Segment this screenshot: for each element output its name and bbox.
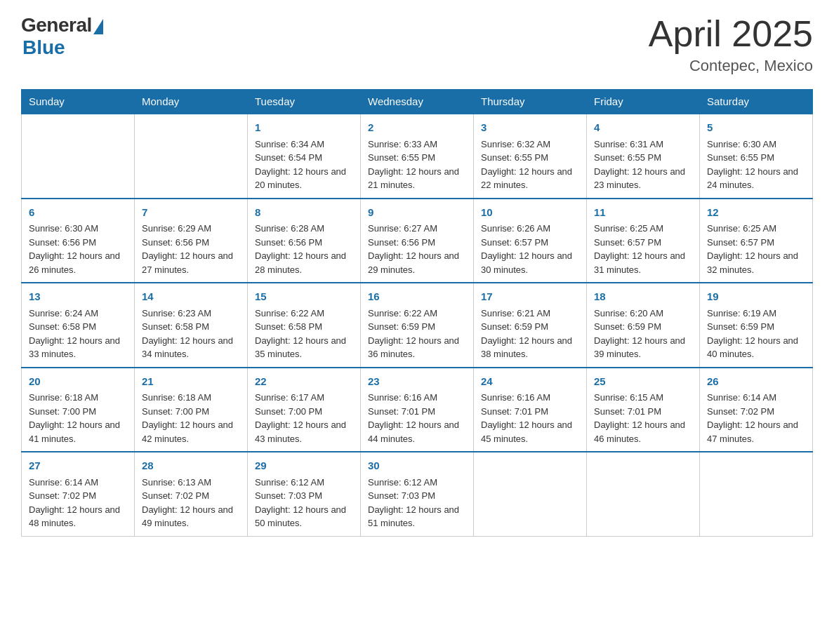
logo-general-text: General — [21, 14, 92, 36]
day-info: Sunrise: 6:21 AM Sunset: 6:59 PM Dayligh… — [481, 307, 579, 361]
logo-blue-text: Blue — [22, 36, 65, 59]
table-row: 22Sunrise: 6:17 AM Sunset: 7:00 PM Dayli… — [248, 368, 361, 452]
day-number: 4 — [594, 120, 692, 136]
table-row: 14Sunrise: 6:23 AM Sunset: 6:58 PM Dayli… — [135, 283, 248, 368]
page-header: General Blue April 2025 Contepec, Mexico — [21, 14, 813, 75]
table-row: 7Sunrise: 6:29 AM Sunset: 6:56 PM Daylig… — [135, 199, 248, 283]
table-row: 17Sunrise: 6:21 AM Sunset: 6:59 PM Dayli… — [474, 283, 587, 368]
col-thursday: Thursday — [474, 90, 587, 114]
day-number: 13 — [29, 289, 127, 305]
col-friday: Friday — [587, 90, 700, 114]
table-row — [135, 114, 248, 199]
table-row — [587, 452, 700, 536]
day-info: Sunrise: 6:30 AM Sunset: 6:56 PM Dayligh… — [29, 222, 127, 276]
col-sunday: Sunday — [22, 90, 135, 114]
day-number: 18 — [594, 289, 692, 305]
table-row: 30Sunrise: 6:12 AM Sunset: 7:03 PM Dayli… — [361, 452, 474, 536]
day-number: 22 — [255, 374, 353, 390]
location-text: Contepec, Mexico — [649, 57, 813, 75]
table-row: 4Sunrise: 6:31 AM Sunset: 6:55 PM Daylig… — [587, 114, 700, 199]
day-number: 9 — [368, 205, 466, 221]
day-info: Sunrise: 6:30 AM Sunset: 6:55 PM Dayligh… — [707, 137, 805, 192]
day-info: Sunrise: 6:23 AM Sunset: 6:58 PM Dayligh… — [142, 307, 240, 361]
day-number: 15 — [255, 289, 353, 305]
table-row: 15Sunrise: 6:22 AM Sunset: 6:58 PM Dayli… — [248, 283, 361, 368]
day-number: 19 — [707, 289, 805, 305]
day-number: 5 — [707, 120, 805, 136]
day-info: Sunrise: 6:20 AM Sunset: 6:59 PM Dayligh… — [594, 307, 692, 361]
calendar-header-row: Sunday Monday Tuesday Wednesday Thursday… — [22, 90, 813, 114]
col-saturday: Saturday — [700, 90, 813, 114]
table-row: 5Sunrise: 6:30 AM Sunset: 6:55 PM Daylig… — [700, 114, 813, 199]
col-tuesday: Tuesday — [248, 90, 361, 114]
table-row: 3Sunrise: 6:32 AM Sunset: 6:55 PM Daylig… — [474, 114, 587, 199]
table-row: 28Sunrise: 6:13 AM Sunset: 7:02 PM Dayli… — [135, 452, 248, 536]
table-row: 8Sunrise: 6:28 AM Sunset: 6:56 PM Daylig… — [248, 199, 361, 283]
day-number: 24 — [481, 374, 579, 390]
calendar-week-row: 27Sunrise: 6:14 AM Sunset: 7:02 PM Dayli… — [22, 452, 813, 536]
day-info: Sunrise: 6:13 AM Sunset: 7:02 PM Dayligh… — [142, 476, 240, 530]
calendar-week-row: 1Sunrise: 6:34 AM Sunset: 6:54 PM Daylig… — [22, 114, 813, 199]
day-info: Sunrise: 6:34 AM Sunset: 6:54 PM Dayligh… — [255, 137, 353, 192]
day-number: 8 — [255, 205, 353, 221]
calendar-week-row: 20Sunrise: 6:18 AM Sunset: 7:00 PM Dayli… — [22, 368, 813, 452]
table-row — [700, 452, 813, 536]
day-number: 7 — [142, 205, 240, 221]
table-row: 24Sunrise: 6:16 AM Sunset: 7:01 PM Dayli… — [474, 368, 587, 452]
table-row: 1Sunrise: 6:34 AM Sunset: 6:54 PM Daylig… — [248, 114, 361, 199]
day-info: Sunrise: 6:33 AM Sunset: 6:55 PM Dayligh… — [368, 137, 466, 192]
day-info: Sunrise: 6:26 AM Sunset: 6:57 PM Dayligh… — [481, 222, 579, 276]
day-info: Sunrise: 6:32 AM Sunset: 6:55 PM Dayligh… — [481, 137, 579, 192]
table-row: 27Sunrise: 6:14 AM Sunset: 7:02 PM Dayli… — [22, 452, 135, 536]
day-info: Sunrise: 6:16 AM Sunset: 7:01 PM Dayligh… — [481, 391, 579, 445]
day-number: 28 — [142, 458, 240, 474]
table-row: 20Sunrise: 6:18 AM Sunset: 7:00 PM Dayli… — [22, 368, 135, 452]
table-row: 13Sunrise: 6:24 AM Sunset: 6:58 PM Dayli… — [22, 283, 135, 368]
table-row: 16Sunrise: 6:22 AM Sunset: 6:59 PM Dayli… — [361, 283, 474, 368]
table-row: 9Sunrise: 6:27 AM Sunset: 6:56 PM Daylig… — [361, 199, 474, 283]
day-info: Sunrise: 6:28 AM Sunset: 6:56 PM Dayligh… — [255, 222, 353, 276]
table-row: 25Sunrise: 6:15 AM Sunset: 7:01 PM Dayli… — [587, 368, 700, 452]
day-number: 17 — [481, 289, 579, 305]
logo-triangle-icon — [93, 19, 103, 34]
day-number: 12 — [707, 205, 805, 221]
logo: General Blue — [21, 14, 103, 59]
table-row: 10Sunrise: 6:26 AM Sunset: 6:57 PM Dayli… — [474, 199, 587, 283]
table-row — [22, 114, 135, 199]
day-number: 11 — [594, 205, 692, 221]
day-number: 10 — [481, 205, 579, 221]
table-row: 26Sunrise: 6:14 AM Sunset: 7:02 PM Dayli… — [700, 368, 813, 452]
day-number: 20 — [29, 374, 127, 390]
day-info: Sunrise: 6:17 AM Sunset: 7:00 PM Dayligh… — [255, 391, 353, 445]
table-row — [474, 452, 587, 536]
table-row: 12Sunrise: 6:25 AM Sunset: 6:57 PM Dayli… — [700, 199, 813, 283]
day-number: 14 — [142, 289, 240, 305]
day-info: Sunrise: 6:15 AM Sunset: 7:01 PM Dayligh… — [594, 391, 692, 445]
day-info: Sunrise: 6:22 AM Sunset: 6:59 PM Dayligh… — [368, 307, 466, 361]
table-row: 29Sunrise: 6:12 AM Sunset: 7:03 PM Dayli… — [248, 452, 361, 536]
day-info: Sunrise: 6:12 AM Sunset: 7:03 PM Dayligh… — [368, 476, 466, 530]
day-info: Sunrise: 6:19 AM Sunset: 6:59 PM Dayligh… — [707, 307, 805, 361]
day-info: Sunrise: 6:16 AM Sunset: 7:01 PM Dayligh… — [368, 391, 466, 445]
calendar-week-row: 13Sunrise: 6:24 AM Sunset: 6:58 PM Dayli… — [22, 283, 813, 368]
title-section: April 2025 Contepec, Mexico — [649, 14, 813, 75]
day-number: 21 — [142, 374, 240, 390]
day-number: 3 — [481, 120, 579, 136]
table-row: 18Sunrise: 6:20 AM Sunset: 6:59 PM Dayli… — [587, 283, 700, 368]
table-row: 11Sunrise: 6:25 AM Sunset: 6:57 PM Dayli… — [587, 199, 700, 283]
day-number: 29 — [255, 458, 353, 474]
day-info: Sunrise: 6:27 AM Sunset: 6:56 PM Dayligh… — [368, 222, 466, 276]
day-number: 1 — [255, 120, 353, 136]
day-info: Sunrise: 6:18 AM Sunset: 7:00 PM Dayligh… — [142, 391, 240, 445]
calendar-table: Sunday Monday Tuesday Wednesday Thursday… — [21, 89, 813, 537]
col-monday: Monday — [135, 90, 248, 114]
day-info: Sunrise: 6:22 AM Sunset: 6:58 PM Dayligh… — [255, 307, 353, 361]
day-info: Sunrise: 6:25 AM Sunset: 6:57 PM Dayligh… — [594, 222, 692, 276]
calendar-week-row: 6Sunrise: 6:30 AM Sunset: 6:56 PM Daylig… — [22, 199, 813, 283]
table-row: 19Sunrise: 6:19 AM Sunset: 6:59 PM Dayli… — [700, 283, 813, 368]
month-title: April 2025 — [649, 14, 813, 54]
table-row: 6Sunrise: 6:30 AM Sunset: 6:56 PM Daylig… — [22, 199, 135, 283]
day-info: Sunrise: 6:18 AM Sunset: 7:00 PM Dayligh… — [29, 391, 127, 445]
day-number: 6 — [29, 205, 127, 221]
day-info: Sunrise: 6:14 AM Sunset: 7:02 PM Dayligh… — [707, 391, 805, 445]
